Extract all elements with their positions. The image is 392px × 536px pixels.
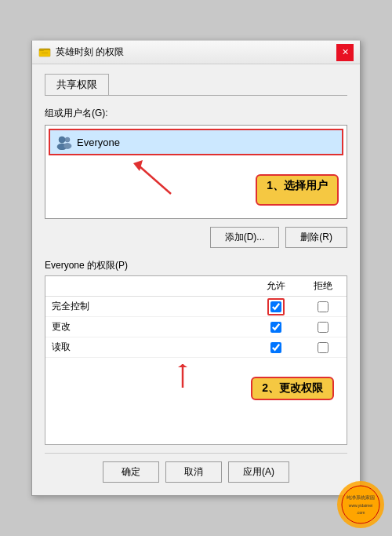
user-list-item[interactable]: Everyone: [49, 129, 343, 155]
user-group-icon: [56, 134, 72, 150]
title-bar: 英雄时刻 的权限 ✕: [32, 41, 360, 64]
perm-allow-read: [252, 339, 299, 356]
perm-header-deny: 拒绝: [299, 276, 347, 296]
perm-name-change: 更改: [45, 317, 252, 337]
ok-button[interactable]: 确定: [103, 461, 159, 483]
checkbox-full-deny[interactable]: [318, 301, 328, 312]
tab-header: 共享权限: [45, 74, 347, 96]
checkbox-wrap-read-allow: [270, 342, 281, 353]
title-icon: [38, 46, 51, 59]
perm-row-full-control: 完全控制: [45, 297, 347, 317]
permissions-label: Everyone 的权限(P): [45, 259, 347, 272]
perm-header-allow: 允许: [252, 276, 299, 296]
perm-header-name: [45, 283, 252, 290]
annotation-1-label: 1、选择用户: [256, 174, 339, 206]
annotation2-area: 2、更改权限: [45, 358, 347, 405]
watermark: 纯净系统家园 www.yidaimei .com: [337, 481, 384, 528]
arrow-2-svg: [167, 358, 214, 389]
close-button[interactable]: ✕: [336, 44, 354, 61]
checkbox-change-deny[interactable]: [318, 322, 328, 333]
perm-deny-full-control: [299, 298, 347, 315]
permissions-section: Everyone 的权限(P) 允许 拒绝 完全控制: [45, 259, 347, 445]
title-text: 英雄时刻 的权限: [56, 46, 124, 59]
perm-row-change: 更改: [45, 317, 347, 337]
perm-name-read: 读取: [45, 337, 252, 357]
perm-name-full-control: 完全控制: [45, 297, 252, 316]
svg-line-8: [140, 166, 171, 194]
svg-point-6: [65, 137, 70, 142]
perm-row-read: 读取: [45, 337, 347, 358]
tab-shared-permissions[interactable]: 共享权限: [45, 74, 109, 95]
checkbox-read-allow[interactable]: [270, 342, 281, 353]
arrow-1-svg: [124, 159, 187, 198]
apply-button[interactable]: 应用(A): [228, 461, 289, 483]
annotation-2-label: 2、更改权限: [251, 377, 334, 400]
user-list-container: Everyone 1、选择用户: [45, 125, 347, 219]
group-user-label: 组或用户名(G):: [45, 107, 347, 120]
perm-header-row: 允许 拒绝: [45, 276, 347, 297]
bottom-row: 确定 取消 应用(A): [45, 453, 347, 483]
watermark-icon: 纯净系统家园 www.yidaimei .com: [341, 485, 380, 524]
checkbox-full-allow[interactable]: [270, 301, 281, 312]
svg-marker-11: [178, 364, 187, 367]
perm-deny-change: [299, 319, 347, 336]
title-bar-left: 英雄时刻 的权限: [38, 46, 124, 59]
svg-rect-2: [39, 49, 44, 51]
dialog-body: 共享权限 组或用户名(G): Everyone: [32, 64, 360, 495]
checkbox-wrap-full-allow: [270, 301, 281, 312]
checkbox-read-deny[interactable]: [318, 342, 328, 353]
svg-rect-3: [42, 53, 48, 53]
checkbox-wrap-change-allow: [270, 322, 281, 333]
annotation1-area: 1、选择用户: [45, 159, 347, 213]
permissions-dialog: 英雄时刻 的权限 ✕ 共享权限 组或用户名(G): Everyone: [31, 40, 361, 496]
perm-deny-read: [299, 339, 347, 356]
perm-allow-change: [252, 319, 299, 336]
checkbox-wrap-read-deny: [318, 342, 328, 353]
button-row: 添加(D)... 删除(R): [45, 227, 347, 248]
svg-text:纯净系统家园: 纯净系统家园: [347, 494, 375, 500]
svg-text:www.yidaimei: www.yidaimei: [349, 503, 372, 508]
svg-point-7: [64, 144, 71, 149]
svg-point-4: [59, 137, 65, 143]
user-name: Everyone: [77, 137, 120, 148]
checkbox-wrap-change-deny: [318, 322, 328, 333]
cancel-button[interactable]: 取消: [165, 461, 222, 483]
svg-marker-9: [133, 160, 143, 171]
add-button[interactable]: 添加(D)...: [210, 227, 280, 248]
checkbox-wrap-full-deny: [318, 301, 328, 312]
remove-button[interactable]: 删除(R): [285, 227, 347, 248]
checkbox-change-allow[interactable]: [270, 322, 281, 333]
svg-text:.com: .com: [357, 510, 365, 515]
perm-allow-full-control: [252, 298, 299, 315]
permissions-table: 允许 拒绝 完全控制: [45, 275, 347, 445]
